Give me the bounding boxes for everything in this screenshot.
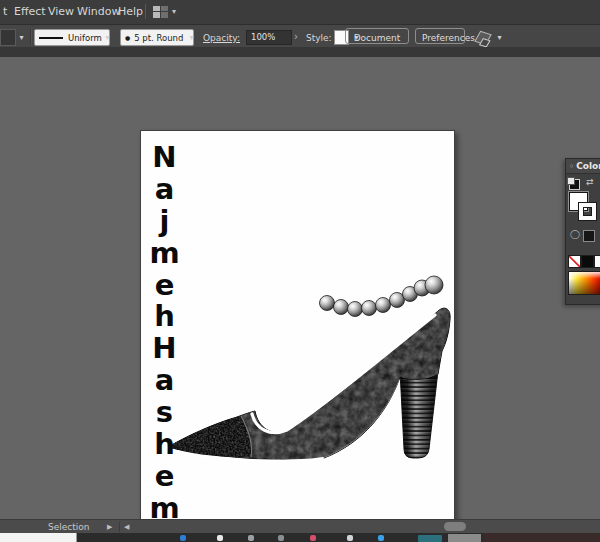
color-panel-header[interactable]: ◦Color bbox=[566, 159, 600, 174]
name-letter: h bbox=[146, 301, 182, 333]
shoe-heel bbox=[400, 371, 438, 458]
taskbar-search-box[interactable] bbox=[0, 533, 77, 542]
separator bbox=[30, 29, 32, 45]
brush-label: 5 pt. Round bbox=[134, 33, 183, 43]
taskbar-app-icon[interactable] bbox=[217, 535, 223, 541]
document-setup-button[interactable]: Document Setup bbox=[345, 28, 409, 44]
opacity-more-chevron-icon[interactable]: › bbox=[294, 31, 298, 42]
stroke-weight-chevron-icon[interactable]: ▾ bbox=[15, 29, 28, 46]
status-prev-arrow-icon[interactable]: ◀ bbox=[124, 523, 129, 531]
pearl bbox=[425, 276, 443, 294]
current-tool-label: Selection bbox=[48, 522, 89, 532]
taskbar-accent-area bbox=[483, 533, 600, 542]
menu-item-select-partial[interactable]: t bbox=[3, 5, 7, 18]
select-similar-icon[interactable] bbox=[474, 31, 492, 45]
menu-bar: t Effect View Window Help ▾ bbox=[0, 0, 600, 24]
color-mode-box[interactable] bbox=[583, 230, 595, 242]
status-next-arrow-icon[interactable]: ▶ bbox=[107, 523, 112, 531]
taskbar-app-icon[interactable] bbox=[310, 535, 316, 541]
document-canvas: N a j m e h H a s h e m i bbox=[0, 57, 600, 519]
name-letter: H bbox=[146, 333, 182, 365]
name-letter: h bbox=[146, 429, 182, 461]
windows-taskbar bbox=[0, 533, 600, 542]
select-similar-chevron-icon[interactable]: ▾ bbox=[493, 29, 506, 46]
menu-item-view[interactable]: View bbox=[48, 5, 74, 18]
pearl bbox=[348, 302, 363, 317]
designer-name-vertical-text: N a j m e h H a s h e m i bbox=[146, 142, 182, 542]
name-letter: e bbox=[146, 461, 182, 493]
stroke-color-box[interactable] bbox=[579, 203, 596, 220]
white-swatch[interactable] bbox=[594, 255, 600, 268]
pearl bbox=[334, 300, 349, 315]
name-letter: a bbox=[146, 365, 182, 397]
brush-dot-icon: ● bbox=[125, 34, 130, 41]
workspace-switcher-icon[interactable] bbox=[153, 6, 168, 18]
opacity-field[interactable]: 100% bbox=[246, 30, 292, 45]
taskbar-app-icon[interactable] bbox=[378, 535, 384, 541]
color-panel-title: Color bbox=[576, 161, 600, 171]
stroke-profile-label: Uniform bbox=[68, 33, 102, 43]
stroke-weight-dropdown[interactable] bbox=[0, 29, 16, 46]
color-spectrum-ramp[interactable] bbox=[568, 271, 600, 295]
pearl bbox=[376, 298, 391, 313]
color-panel: ◦Color ⇄ ◯ bbox=[565, 158, 600, 305]
window-gap-band bbox=[0, 47, 600, 57]
panel-collapse-icon[interactable]: ◦ bbox=[566, 162, 576, 171]
stroke-profile-chevron-icon[interactable]: ▾ bbox=[101, 29, 114, 46]
none-color-icon[interactable]: ◯ bbox=[570, 229, 580, 239]
preferences-button[interactable]: Preferences bbox=[415, 28, 465, 44]
black-swatch[interactable] bbox=[581, 255, 594, 268]
pearl bbox=[362, 301, 377, 316]
illustrator-window: t Effect View Window Help ▾ ▾ Uniform ▾ … bbox=[0, 0, 600, 542]
artboard: N a j m e h H a s h e m i bbox=[140, 130, 455, 542]
taskbar-app-icon[interactable] bbox=[418, 535, 442, 542]
menu-item-window[interactable]: Window bbox=[77, 5, 120, 18]
taskbar-app-icon[interactable] bbox=[347, 535, 353, 541]
pearl-strap bbox=[320, 276, 444, 317]
name-letter: N bbox=[146, 142, 182, 174]
stroke-profile-line-icon bbox=[39, 37, 63, 39]
brush-definition-dropdown[interactable]: ● 5 pt. Round bbox=[120, 29, 194, 46]
taskbar-open-app-button[interactable] bbox=[448, 534, 481, 542]
menu-item-effect[interactable]: Effect bbox=[14, 5, 46, 18]
brush-chevron-icon[interactable]: ▾ bbox=[185, 29, 198, 46]
name-letter: s bbox=[146, 397, 182, 429]
taskbar-app-icon[interactable] bbox=[278, 535, 284, 541]
shoe-illustration bbox=[141, 131, 454, 542]
name-letter: a bbox=[146, 174, 182, 206]
mini-fill-stroke-icon[interactable] bbox=[569, 179, 580, 190]
none-swatch[interactable] bbox=[568, 255, 581, 268]
swap-fill-stroke-icon[interactable]: ⇄ bbox=[586, 177, 594, 187]
stroke-profile-dropdown[interactable]: Uniform bbox=[34, 29, 110, 46]
status-separator bbox=[119, 522, 120, 532]
menu-separator bbox=[145, 4, 146, 19]
workspace-chevron-icon[interactable]: ▾ bbox=[172, 8, 176, 16]
horizontal-scrollbar-thumb[interactable] bbox=[444, 522, 466, 531]
style-label: Style: bbox=[306, 33, 332, 43]
pearl bbox=[320, 296, 335, 311]
control-bar: ▾ Uniform ▾ ● 5 pt. Round ▾ Opacity: 100… bbox=[0, 24, 600, 48]
name-letter: e bbox=[146, 270, 182, 302]
taskbar-app-icon[interactable] bbox=[180, 535, 186, 541]
status-bar: Selection ▶ ◀ bbox=[0, 519, 600, 534]
name-letter: m bbox=[146, 238, 182, 270]
name-letter: j bbox=[146, 206, 182, 238]
taskbar-app-icon[interactable] bbox=[248, 535, 254, 541]
opacity-link[interactable]: Opacity: bbox=[203, 33, 240, 43]
menu-item-help[interactable]: Help bbox=[118, 5, 143, 18]
